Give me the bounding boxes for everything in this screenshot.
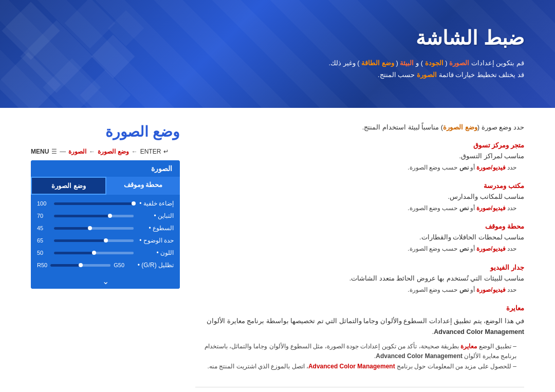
calibration-sub-1: – تطبيق الوضع معايرة بطريقة صحيحة، تأكد … [195, 342, 524, 361]
color-fill [54, 252, 94, 254]
sharpness-bar [54, 239, 134, 242]
balance-left-val: R50 [37, 262, 47, 268]
decorative-shapes [0, 0, 154, 108]
sub-highlight-1a: فيديو/صورة [476, 164, 505, 171]
highlight-env: البيئة [400, 59, 414, 67]
sub-highlight-2b: نص [459, 204, 469, 212]
acm-label-2: Advanced Color Management [376, 352, 462, 360]
main-content: حدد وضع صورة (وضع الصورة) مناسباً لبيئة … [0, 108, 555, 392]
header-text-block: ضبط الشاشة قم بتكوين إعدادات الصورة ( ال… [328, 27, 524, 81]
calib-highlight-2: Advanced Color Management [308, 363, 395, 370]
color-dot [92, 251, 96, 255]
menu-icon: ☰ [51, 148, 57, 155]
list-item: مكتب ومدرسة مناسب للمكاتب والمدارس. حدد … [195, 182, 524, 213]
mode-sub-2: حدد فيديو/صورة أو نص حسب وضع الصورة. [195, 203, 524, 213]
color-label: اللون • [138, 249, 174, 256]
panel-down-arrow[interactable]: ⌄ [31, 274, 180, 289]
mode-desc-3: مناسب لمحطات الحافلات والقطارات. [195, 232, 524, 242]
backlight-fill [54, 202, 134, 205]
right-panel: وضع الصورة MENU ☰ — الصورة ← وضع الصورة … [31, 123, 180, 392]
calibration-sub-2: – للحصول على مزيد من المعلومات حول برنام… [195, 362, 524, 371]
calib-highlight-1: معايرة [460, 343, 477, 350]
sharpness-label: حدة الوضوح • [138, 237, 174, 244]
color-value: 50 [37, 250, 50, 256]
sub-highlight-2a: فيديو/صورة [476, 204, 505, 212]
mode-list: متجر ومركز تسوق مناسب لمراكز التسوق. حدد… [195, 141, 524, 295]
sub-highlight-4a: فيديو/صورة [476, 286, 505, 293]
mode-sub-3: حدد فيديو/صورة أو نص حسب وضع الصورة. [195, 244, 524, 254]
arrow-1: — [60, 148, 66, 155]
mode-sub-1: حدد فيديو/صورة أو نص حسب وضع الصورة. [195, 163, 524, 173]
list-item: جدار الفيديو مناسب للبيئات التي تُستخدم … [195, 264, 524, 295]
left-panel: حدد وضع صورة (وضع الصورة) مناسباً لبيئة … [195, 123, 524, 392]
contrast-label: التباين • [138, 212, 174, 219]
calibration-desc: في هذا الوضع، يتم تطبيق إعدادات السطوع و… [195, 316, 524, 338]
subtitle-line1: قم بتكوين إعدادات الصورة ( الجودة ) و ال… [328, 57, 524, 69]
backlight-bar [54, 202, 134, 205]
list-item: محطة وموقف مناسب لمحطات الحافلات والقطار… [195, 222, 524, 254]
calibration-section: معايرة في هذا الوضع، يتم تطبيق إعدادات ا… [195, 304, 524, 371]
setting-row-color: 50 اللون • [31, 247, 180, 259]
arrow-2: ← [89, 148, 95, 155]
section-heading: وضع الصورة [31, 123, 180, 140]
footnote: – قد تختلف الصورة المعروضة وفقاً للطراز. [195, 387, 524, 392]
brightness-bar [54, 227, 134, 230]
sub-highlight-3a: فيديو/صورة [476, 245, 505, 252]
subtitle-line2: قد يختلف تخطيط خيارات قائمة الصورة حسب ا… [328, 69, 524, 81]
nav-step-1: الصورة [68, 148, 86, 155]
brightness-fill [54, 227, 90, 230]
mode-title-3: محطة وموقف [195, 222, 524, 230]
enter-label: ENTER [140, 148, 161, 155]
mode-title-4: جدار الفيديو [195, 264, 524, 271]
setting-row-balance: R50 G50 تظليل (G/R) • [31, 259, 180, 271]
setting-row-contrast: 70 التباين • [31, 210, 180, 222]
tab-picture-mode[interactable]: وضع الصورة [31, 177, 106, 195]
section-intro: حدد وضع صورة (وضع الصورة) مناسباً لبيئة … [195, 123, 524, 131]
mode-title-2: مكتب ومدرسة [195, 182, 524, 190]
enter-icon: ↵ [163, 148, 169, 155]
brightness-label: السطوع • [138, 225, 174, 232]
header-banner: ضبط الشاشة قم بتكوين إعدادات الصورة ( ال… [0, 0, 555, 108]
backlight-value: 100 [37, 200, 50, 207]
backlight-dot [132, 201, 136, 206]
mode-sub-4: حدد فيديو/صورة أو نص حسب وضع الصورة. [195, 285, 524, 295]
highlight-picture: الصورة [449, 59, 469, 67]
brightness-value: 45 [37, 225, 50, 231]
picture-panel: الصورة وضع الصورة محطة وموقف 100 إضاءة خ… [31, 160, 180, 289]
list-item: متجر ومركز تسوق مناسب لمراكز التسوق. حدد… [195, 141, 524, 173]
acm-label-1: Advanced Color Management [434, 328, 524, 335]
intro-highlight: وضع الصورة [443, 123, 477, 131]
panel-header: الصورة [31, 160, 180, 177]
mode-desc-4: مناسب للبيئات التي تُستخدم بها عروض الحا… [195, 273, 524, 284]
balance-right-val: G50 [114, 262, 124, 268]
tab-station-mode[interactable]: محطة وموقف [106, 177, 180, 195]
mode-desc-1: مناسب لمراكز التسوق. [195, 151, 524, 161]
contrast-bar [54, 215, 134, 217]
sharpness-value: 65 [37, 237, 50, 244]
setting-row-backlight: 100 إضاءة خلفية • [31, 197, 180, 210]
contrast-value: 70 [37, 213, 50, 219]
sharpness-dot [104, 238, 108, 242]
sub-highlight-3b: نص [459, 245, 469, 252]
nav-step-2: وضع الصورة [98, 148, 128, 155]
balance-label: تظليل (G/R) • [127, 262, 174, 269]
sub-highlight-4b: نص [459, 286, 469, 293]
menu-label: MENU [31, 148, 49, 155]
highlight-quality: الجودة [425, 59, 443, 67]
arrow-3: ← [132, 148, 138, 155]
settings-list: 100 إضاءة خلفية • 70 التباين • [31, 195, 180, 274]
chevron-down-icon: ⌄ [102, 277, 109, 286]
sub-highlight-1b: نص [459, 164, 469, 171]
balance-fill [50, 264, 81, 267]
backlight-label: إضاءة خلفية • [138, 200, 174, 207]
setting-row-brightness: 45 السطوع • [31, 222, 180, 234]
contrast-fill [54, 215, 110, 217]
calibration-title: معايرة [195, 304, 524, 312]
balance-bar [50, 264, 110, 267]
mode-desc-2: مناسب للمكاتب والمدارس. [195, 192, 524, 202]
brightness-dot [88, 226, 92, 230]
sharpness-fill [54, 239, 106, 242]
header-subtitle: قم بتكوين إعدادات الصورة ( الجودة ) و ال… [328, 57, 524, 81]
page-title: ضبط الشاشة [328, 27, 524, 49]
nav-breadcrumb: MENU ☰ — الصورة ← وضع الصورة ← ENTER ↵ [31, 148, 180, 155]
